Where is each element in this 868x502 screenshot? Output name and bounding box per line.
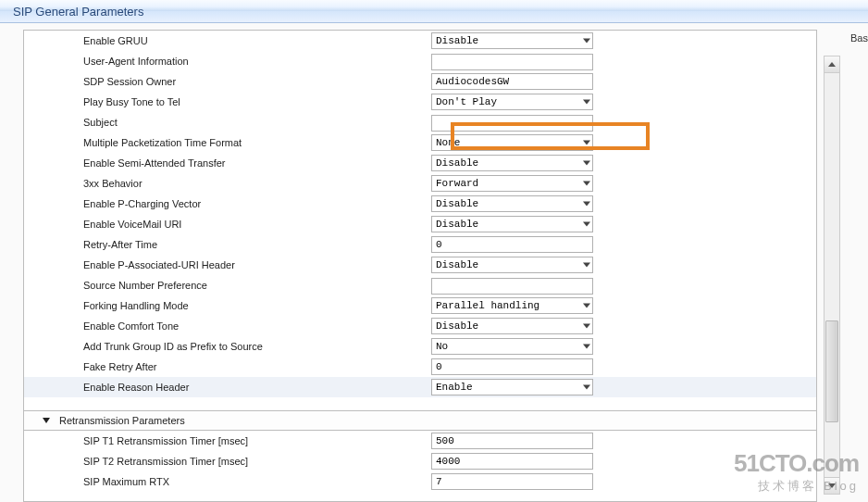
param-label: SDP Session Owner [24, 71, 431, 92]
table-row: SIP Maximum RTX7 [24, 471, 816, 492]
param-label: 3xx Behavior [24, 173, 431, 194]
table-row: Play Busy Tone to TelDon't Play [24, 92, 816, 112]
top-right-label: Bas [850, 32, 868, 44]
select-field[interactable]: Disable [431, 32, 593, 49]
table-row: Enable GRUUDisable [24, 31, 816, 51]
param-label: Enable Reason Header [24, 377, 431, 397]
chevron-down-icon [43, 418, 50, 423]
select-field[interactable]: No [431, 338, 593, 355]
chevron-down-icon [583, 304, 590, 308]
select-field[interactable]: Disable [431, 257, 593, 273]
param-label: Retry-After Time [24, 234, 431, 255]
param-label: Fake Retry After [24, 357, 431, 377]
vertical-scrollbar[interactable] [824, 56, 840, 495]
text-input[interactable]: 7 [431, 473, 593, 490]
select-field[interactable]: Don't Play [431, 94, 593, 110]
table-row: Enable P-Associated-URI HeaderDisable [24, 255, 816, 275]
text-input[interactable]: AudiocodesGW [431, 73, 593, 90]
param-label: Add Trunk Group ID as Prefix to Source [24, 336, 431, 357]
arrow-up-icon [828, 62, 836, 67]
scroll-down-button[interactable] [825, 477, 839, 494]
chevron-down-icon [583, 385, 590, 390]
arrow-down-icon [828, 483, 836, 488]
param-field-cell: 4000 [431, 451, 816, 471]
param-field-cell: Disable [431, 316, 816, 336]
chevron-down-icon [583, 263, 590, 268]
param-label: SIP T2 Retransmission Timer [msec] [24, 451, 431, 471]
retransmission-table: SIP T1 Retransmission Timer [msec]500SIP… [24, 431, 816, 492]
text-value: 500 [436, 435, 454, 446]
table-row: Enable VoiceMail URIDisable [24, 214, 816, 234]
table-row: Enable Reason HeaderEnable [24, 377, 816, 397]
table-row: Add Trunk Group ID as Prefix to SourceNo [24, 336, 816, 357]
text-input[interactable]: 0 [431, 236, 593, 253]
param-field-cell: Disable [431, 255, 816, 275]
chevron-down-icon [583, 39, 590, 44]
select-value: Don't Play [436, 96, 497, 107]
table-row: SIP T2 Retransmission Timer [msec]4000 [24, 451, 816, 471]
text-input[interactable] [431, 115, 593, 132]
scroll-thumb[interactable] [825, 320, 838, 422]
param-field-cell: Parallel handling [431, 295, 816, 316]
select-field[interactable]: Disable [431, 155, 593, 171]
section-header-retransmission[interactable]: Retransmission Parameters [24, 410, 816, 431]
page-title: SIP General Parameters [13, 5, 143, 19]
scroll-up-button[interactable] [825, 56, 839, 73]
select-value: Disable [436, 157, 478, 169]
select-field[interactable]: Forward [431, 175, 593, 192]
text-input[interactable] [431, 54, 593, 70]
text-input[interactable]: 4000 [431, 453, 593, 470]
param-field-cell: Disable [431, 153, 816, 173]
table-row: Retry-After Time0 [24, 234, 816, 255]
table-row: Enable P-Charging VectorDisable [24, 194, 816, 214]
param-field-cell: AudiocodesGW [431, 71, 816, 92]
param-label: Source Number Preference [24, 275, 431, 295]
text-value: 0 [436, 361, 442, 372]
param-field-cell: Enable [431, 377, 816, 397]
chevron-down-icon [583, 222, 590, 227]
param-field-cell: Disable [431, 214, 816, 234]
param-field-cell: None [431, 132, 816, 153]
select-field[interactable]: None [431, 134, 593, 151]
parameters-table: Enable GRUUDisableUser-Agent Information… [24, 31, 816, 397]
table-row: Source Number Preference [24, 275, 816, 295]
param-label: SIP Maximum RTX [24, 471, 431, 492]
table-row: User-Agent Information [24, 51, 816, 71]
text-value: 0 [436, 239, 442, 250]
select-value: Disable [436, 259, 478, 270]
text-value: 4000 [436, 456, 460, 467]
select-value: Forward [436, 178, 478, 189]
section-title: Retransmission Parameters [59, 415, 185, 426]
chevron-down-icon [583, 324, 590, 329]
param-field-cell: No [431, 336, 816, 357]
param-field-cell: Don't Play [431, 92, 816, 112]
select-value: Enable [436, 382, 473, 393]
page-header: SIP General Parameters [0, 0, 868, 23]
param-field-cell: Disable [431, 194, 816, 214]
text-input[interactable]: 0 [431, 358, 593, 375]
text-input[interactable]: 500 [431, 433, 593, 449]
param-label: Enable P-Charging Vector [24, 194, 431, 214]
param-label: Enable VoiceMail URI [24, 214, 431, 234]
param-field-cell: Disable [431, 31, 816, 51]
select-field[interactable]: Disable [431, 318, 593, 334]
select-value: Disable [436, 320, 478, 332]
select-value: Disable [436, 35, 478, 46]
select-value: Parallel handling [436, 300, 539, 311]
select-field[interactable]: Enable [431, 379, 593, 395]
content-area: Enable GRUUDisableUser-Agent Information… [24, 31, 816, 492]
chevron-down-icon [583, 161, 590, 166]
param-label: Enable GRUU [24, 31, 431, 51]
param-field-cell: 0 [431, 357, 816, 377]
table-row: Enable Comfort ToneDisable [24, 316, 816, 336]
table-row: Fake Retry After0 [24, 357, 816, 377]
select-field[interactable]: Disable [431, 216, 593, 232]
text-input[interactable] [431, 278, 593, 295]
param-label: User-Agent Information [24, 51, 431, 71]
chevron-down-icon [583, 202, 590, 207]
select-value: Disable [436, 219, 478, 230]
table-row: Forking Handling ModeParallel handling [24, 295, 816, 316]
select-field[interactable]: Parallel handling [431, 297, 593, 314]
text-value: AudiocodesGW [436, 76, 509, 87]
select-field[interactable]: Disable [431, 195, 593, 212]
